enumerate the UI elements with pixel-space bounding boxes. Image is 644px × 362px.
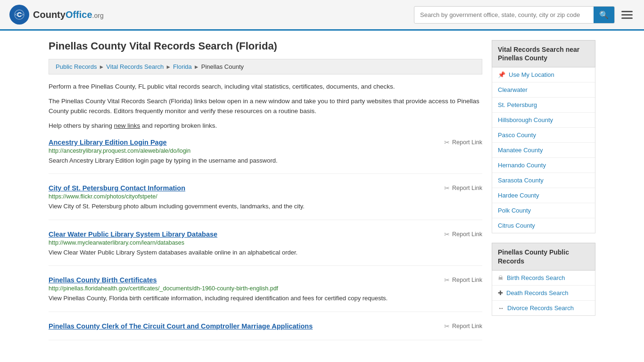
search-input[interactable] bbox=[414, 8, 594, 22]
result-title-row: Pinellas County Clerk of The Circuit Cou… bbox=[49, 322, 482, 330]
report-icon-0: ✂ bbox=[444, 139, 450, 146]
report-link-2[interactable]: ✂ Report Link bbox=[444, 230, 482, 238]
breadcrumb-pinellas: Pinellas County bbox=[201, 63, 244, 70]
logo-text: CountyOffice.org bbox=[33, 9, 104, 20]
breadcrumb-public-records[interactable]: Public Records bbox=[56, 63, 97, 70]
sidebar-item-death-records[interactable]: ✚ Death Records Search bbox=[492, 286, 595, 301]
result-title-3[interactable]: Pinellas County Birth Certificates bbox=[49, 276, 157, 284]
result-title-0[interactable]: Ancestry Library Edition Login Page bbox=[49, 139, 167, 146]
sidebar-public-records-list: ☠ Birth Records Search ✚ Death Records S… bbox=[492, 271, 595, 316]
result-title-row: Clear Water Public Library System Librar… bbox=[49, 230, 482, 238]
content-area: Pinellas County Vital Records Search (Fl… bbox=[49, 40, 482, 351]
breadcrumb-sep-2: ► bbox=[165, 64, 171, 70]
sidebar-item-hernando[interactable]: Hernando County bbox=[492, 158, 595, 173]
result-item: Pinellas County Clerk of The Circuit Cou… bbox=[49, 322, 482, 340]
sidebar-item-st-petersburg[interactable]: St. Petersburg bbox=[492, 98, 595, 113]
breadcrumb-sep-3: ► bbox=[194, 64, 199, 70]
result-title-1[interactable]: City of St. Petersburg Contact Informati… bbox=[49, 184, 185, 192]
result-item: Clear Water Public Library System Librar… bbox=[49, 230, 482, 266]
sidebar-item-divorce-records[interactable]: ↔ Divorce Records Search bbox=[492, 301, 595, 315]
sidebar-public-records-section: Pinellas County Public Records ☠ Birth R… bbox=[492, 243, 595, 315]
location-pin-icon: 📌 bbox=[498, 71, 505, 78]
result-title-row: Pinellas County Birth Certificates ✂ Rep… bbox=[49, 276, 482, 284]
result-url-0[interactable]: http://ancestrylibrary.proquest.com/alew… bbox=[49, 148, 482, 154]
report-link-4[interactable]: ✂ Report Link bbox=[444, 322, 482, 330]
new-links-link[interactable]: new links bbox=[114, 122, 140, 129]
report-icon-2: ✂ bbox=[444, 230, 450, 238]
result-url-3[interactable]: http://pinellas.floridahealth.gov/certif… bbox=[49, 285, 482, 292]
result-item: City of St. Petersburg Contact Informati… bbox=[49, 184, 482, 220]
result-title-4[interactable]: Pinellas County Clerk of The Circuit Cou… bbox=[49, 322, 313, 330]
result-desc-1: View City of St. Petersburg photo album … bbox=[49, 202, 482, 211]
report-icon-1: ✂ bbox=[444, 184, 450, 192]
header: C CountyOffice.org 🔍 bbox=[0, 0, 644, 31]
result-item: Ancestry Library Edition Login Page ✂ Re… bbox=[49, 139, 482, 174]
logo-icon: C bbox=[9, 5, 29, 25]
cross-icon: ✚ bbox=[498, 289, 503, 296]
main-container: Pinellas County Vital Records Search (Fl… bbox=[39, 31, 605, 360]
result-desc-2: View Clear Water Public Library System d… bbox=[49, 248, 482, 257]
sidebar-item-sarasota[interactable]: Sarasota County bbox=[492, 173, 595, 188]
sidebar-nearby-list: 📌 Use My Location Clearwater St. Petersb… bbox=[492, 67, 595, 233]
sidebar-item-manatee[interactable]: Manatee County bbox=[492, 143, 595, 158]
results-list: Ancestry Library Edition Login Page ✂ Re… bbox=[49, 139, 482, 340]
sidebar-nearby-heading: Vital Records Search near Pinellas Count… bbox=[492, 40, 595, 67]
result-title-2[interactable]: Clear Water Public Library System Librar… bbox=[49, 230, 217, 238]
sidebar-item-clearwater[interactable]: Clearwater bbox=[492, 82, 595, 98]
breadcrumb: Public Records ► Vital Records Search ► … bbox=[49, 59, 482, 74]
sidebar-item-citrus[interactable]: Citrus County bbox=[492, 218, 595, 233]
description-para3: Help others by sharing new links and rep… bbox=[49, 121, 482, 131]
search-button[interactable]: 🔍 bbox=[594, 7, 614, 23]
divorce-icon: ↔ bbox=[498, 304, 504, 312]
breadcrumb-sep-1: ► bbox=[99, 64, 104, 70]
report-icon-4: ✂ bbox=[444, 322, 450, 330]
sidebar-public-records-heading: Pinellas County Public Records bbox=[492, 243, 595, 270]
result-title-row: Ancestry Library Edition Login Page ✂ Re… bbox=[49, 139, 482, 146]
description-para2: The Pinellas County Vital Records Search… bbox=[49, 97, 482, 116]
result-item: Pinellas County Birth Certificates ✂ Rep… bbox=[49, 276, 482, 312]
menu-button[interactable] bbox=[619, 9, 635, 21]
breadcrumb-vital-records[interactable]: Vital Records Search bbox=[106, 63, 164, 70]
result-desc-3: View Pinellas County, Florida birth cert… bbox=[49, 294, 482, 303]
person-icon: ☠ bbox=[498, 274, 504, 281]
sidebar-item-birth-records[interactable]: ☠ Birth Records Search bbox=[492, 271, 595, 286]
sidebar-nearby-section: Vital Records Search near Pinellas Count… bbox=[492, 40, 595, 233]
report-link-3[interactable]: ✂ Report Link bbox=[444, 276, 482, 284]
logo-area: C CountyOffice.org bbox=[9, 5, 104, 25]
sidebar: Vital Records Search near Pinellas Count… bbox=[492, 40, 595, 351]
search-bar: 🔍 bbox=[414, 6, 615, 24]
result-desc-0: Search Ancestry Library Edition login pa… bbox=[49, 156, 482, 165]
result-url-1[interactable]: https://www.flickr.com/photos/cityofstpe… bbox=[49, 193, 482, 200]
result-url-2[interactable]: http://www.myclearwaterlibrary.com/learn… bbox=[49, 239, 482, 246]
page-title: Pinellas County Vital Records Search (Fl… bbox=[49, 40, 482, 52]
sidebar-item-use-my-location[interactable]: 📌 Use My Location bbox=[492, 67, 595, 82]
header-right: 🔍 bbox=[414, 6, 635, 24]
sidebar-item-pasco[interactable]: Pasco County bbox=[492, 128, 595, 143]
report-link-1[interactable]: ✂ Report Link bbox=[444, 184, 482, 192]
breadcrumb-florida[interactable]: Florida bbox=[173, 63, 192, 70]
sidebar-item-polk[interactable]: Polk County bbox=[492, 203, 595, 218]
report-link-0[interactable]: ✂ Report Link bbox=[444, 139, 482, 146]
svg-text:C: C bbox=[17, 11, 22, 18]
description-para1: Perform a free Pinellas County, FL publi… bbox=[49, 82, 482, 92]
result-title-row: City of St. Petersburg Contact Informati… bbox=[49, 184, 482, 192]
sidebar-item-hardee[interactable]: Hardee County bbox=[492, 188, 595, 203]
sidebar-item-hillsborough[interactable]: Hillsborough County bbox=[492, 113, 595, 128]
report-icon-3: ✂ bbox=[444, 276, 450, 284]
use-my-location-link[interactable]: Use My Location bbox=[509, 71, 554, 78]
